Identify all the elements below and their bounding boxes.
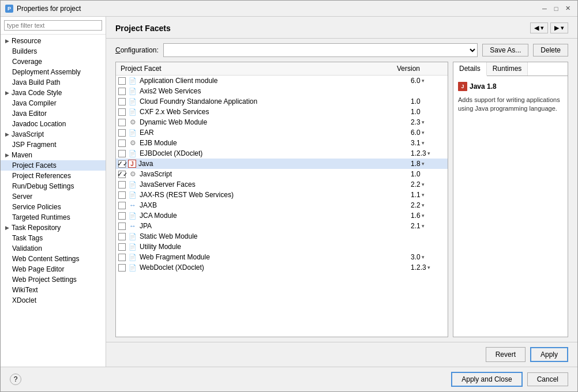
facet-checkbox[interactable]: ✓	[118, 160, 126, 168]
tab-details[interactable]: Details	[453, 62, 487, 76]
version-dropdown-arrow[interactable]: ▾	[427, 265, 430, 270]
sidebar-item-label: Deployment Assembly	[12, 68, 81, 76]
sidebar-item-validation[interactable]: Validation	[1, 243, 106, 254]
table-row[interactable]: 📄 Static Web Module	[116, 231, 448, 242]
facet-checkbox[interactable]	[118, 264, 126, 272]
facet-checkbox[interactable]	[118, 212, 126, 220]
version-dropdown-arrow[interactable]: ▾	[422, 119, 425, 125]
sidebar-item-project-facets[interactable]: Project Facets	[1, 160, 106, 171]
minimize-button[interactable]: ─	[539, 3, 550, 14]
config-select[interactable]	[163, 43, 478, 57]
facet-checkbox[interactable]	[118, 88, 126, 95]
facet-name: Cloud Foundry Standalone Application	[140, 97, 408, 105]
sidebar-item-service-policies[interactable]: Service Policies	[1, 202, 106, 212]
sidebar-item-java-compiler[interactable]: Java Compiler	[1, 98, 106, 108]
facet-checkbox[interactable]	[118, 140, 126, 147]
facet-checkbox[interactable]	[118, 77, 126, 85]
table-row[interactable]: 📄 Axis2 Web Services	[116, 86, 448, 96]
sidebar-item-web-content-settings[interactable]: Web Content Settings	[1, 254, 106, 264]
sidebar-item-xdoclet[interactable]: XDoclet	[1, 295, 106, 306]
tab-runtimes[interactable]: Runtimes	[487, 62, 528, 76]
facet-checkbox[interactable]	[118, 254, 126, 261]
revert-button[interactable]: Revert	[486, 347, 526, 362]
table-row[interactable]: 📄 EJBDoclet (XDoclet) 1.2.3▾	[116, 148, 448, 159]
table-row[interactable]: 📄 JAX-RS (REST Web Services) 1.1▾	[116, 190, 448, 200]
table-row[interactable]: 📄 Utility Module	[116, 242, 448, 252]
facet-checkbox[interactable]	[118, 223, 126, 230]
version-dropdown-arrow[interactable]: ▾	[422, 202, 425, 208]
version-dropdown-arrow[interactable]: ▾	[422, 161, 425, 167]
table-row[interactable]: 📄 WebDoclet (XDoclet) 1.2.3▾	[116, 262, 448, 273]
sidebar-item-coverage[interactable]: Coverage	[1, 56, 106, 67]
version-dropdown-arrow[interactable]: ▾	[427, 150, 430, 156]
facet-checkbox[interactable]	[118, 233, 126, 240]
help-button[interactable]: ?	[10, 374, 21, 385]
sidebar-item-builders[interactable]: Builders	[1, 46, 106, 56]
table-row[interactable]: ✓ ⚙ JavaScript 1.0	[116, 169, 448, 179]
back-button[interactable]: ◀ ▾	[530, 22, 548, 33]
table-row[interactable]: 📄 JavaServer Faces 2.2▾	[116, 179, 448, 190]
close-button[interactable]: ✕	[562, 3, 573, 14]
sidebar-item-web-project-settings[interactable]: Web Project Settings	[1, 274, 106, 285]
forward-button[interactable]: ▶ ▾	[550, 22, 568, 33]
sidebar-item-label: Javadoc Location	[12, 120, 66, 128]
facet-checkbox[interactable]	[118, 119, 126, 126]
version-dropdown-arrow[interactable]: ▾	[422, 140, 425, 146]
sidebar-item-java-build-path[interactable]: Java Build Path	[1, 77, 106, 88]
sidebar-item-project-references[interactable]: Project References	[1, 171, 106, 181]
sidebar-item-task-repository[interactable]: ▶Task Repository	[1, 223, 106, 233]
doc-facet-icon: 📄	[128, 86, 137, 96]
table-row[interactable]: 📄 JCA Module 1.6▾	[116, 210, 448, 221]
save-as-button[interactable]: Save As...	[482, 44, 528, 56]
delete-button[interactable]: Delete	[533, 44, 568, 56]
cancel-button[interactable]: Cancel	[527, 372, 568, 386]
sidebar-item-jsp-fragment[interactable]: JSP Fragment	[1, 140, 106, 150]
sidebar-item-run-debug-settings[interactable]: Run/Debug Settings	[1, 181, 106, 191]
table-row[interactable]: ✓ J Java 1.8▾	[116, 159, 448, 169]
version-dropdown-arrow[interactable]: ▾	[422, 254, 425, 260]
version-dropdown-arrow[interactable]: ▾	[422, 130, 425, 135]
version-dropdown-arrow[interactable]: ▾	[422, 182, 425, 187]
apply-button[interactable]: Apply	[530, 347, 568, 362]
filter-input[interactable]	[4, 20, 102, 31]
table-row[interactable]: 📄 Web Fragment Module 3.0▾	[116, 252, 448, 262]
sidebar-item-deployment-assembly[interactable]: Deployment Assembly	[1, 67, 106, 77]
maximize-button[interactable]: □	[551, 3, 561, 14]
table-row[interactable]: 📄 Cloud Foundry Standalone Application 1…	[116, 96, 448, 107]
facet-checkbox[interactable]	[118, 243, 126, 251]
sidebar-item-javadoc-location[interactable]: Javadoc Location	[1, 119, 106, 129]
facet-checkbox[interactable]	[118, 191, 126, 199]
window-icon: P	[5, 5, 13, 13]
sidebar-item-targeted-runtimes[interactable]: Targeted Runtimes	[1, 212, 106, 223]
facet-checkbox[interactable]	[118, 108, 126, 116]
facet-checkbox[interactable]	[118, 98, 126, 105]
table-row[interactable]: ↔ JPA 2.1▾	[116, 221, 448, 231]
table-row[interactable]: ⚙ EJB Module 3.1▾	[116, 138, 448, 148]
sidebar-item-task-tags[interactable]: Task Tags	[1, 233, 106, 243]
table-row[interactable]: 📄 CXF 2.x Web Services 1.0	[116, 107, 448, 117]
facet-checkbox[interactable]	[118, 150, 126, 157]
gear-facet-icon: ⚙	[128, 138, 137, 148]
version-dropdown-arrow[interactable]: ▾	[422, 78, 425, 84]
sidebar-item-label: Web Content Settings	[12, 255, 80, 263]
version-dropdown-arrow[interactable]: ▾	[422, 192, 425, 198]
sidebar-item-maven[interactable]: ▶Maven	[1, 150, 106, 160]
sidebar-item-web-page-editor[interactable]: Web Page Editor	[1, 264, 106, 274]
facet-checkbox[interactable]: ✓	[118, 171, 126, 178]
facet-checkbox[interactable]	[118, 129, 126, 137]
facet-checkbox[interactable]	[118, 181, 126, 189]
table-row[interactable]: 📄 Application Client module 6.0▾	[116, 76, 448, 86]
table-row[interactable]: ↔ JAXB 2.2▾	[116, 200, 448, 210]
sidebar-item-java-code-style[interactable]: ▶Java Code Style	[1, 88, 106, 98]
sidebar-item-wikitext[interactable]: WikiText	[1, 285, 106, 295]
sidebar-item-java-editor[interactable]: Java Editor	[1, 108, 106, 119]
version-dropdown-arrow[interactable]: ▾	[422, 223, 425, 229]
apply-close-button[interactable]: Apply and Close	[451, 372, 522, 387]
facet-checkbox[interactable]	[118, 202, 126, 209]
sidebar-item-resource[interactable]: ▶Resource	[1, 36, 106, 46]
table-row[interactable]: ⚙ Dynamic Web Module 2.3▾	[116, 117, 448, 127]
sidebar-item-javascript[interactable]: ▶JavaScript	[1, 129, 106, 140]
version-dropdown-arrow[interactable]: ▾	[422, 213, 425, 218]
sidebar-item-server[interactable]: Server	[1, 191, 106, 202]
table-row[interactable]: 📄 EAR 6.0▾	[116, 127, 448, 138]
